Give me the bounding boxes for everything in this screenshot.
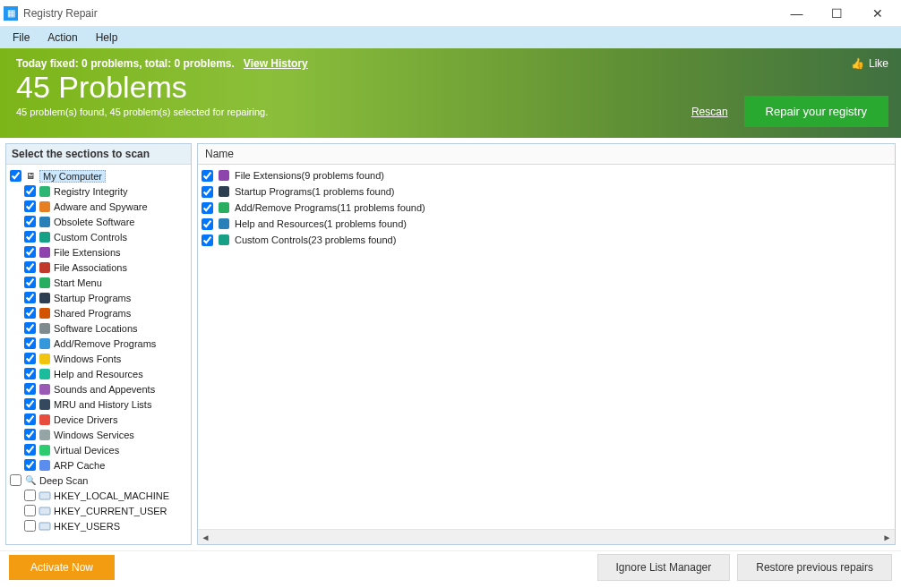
section-checkbox[interactable] [24, 307, 36, 319]
section-checkbox[interactable] [24, 398, 36, 410]
tree-item[interactable]: MRU and History Lists [8, 396, 189, 412]
result-row[interactable]: Add/Remove Programs(11 problems found) [200, 200, 893, 216]
tree-item[interactable]: Registry Integrity [8, 183, 189, 199]
close-button[interactable]: ✕ [857, 0, 897, 27]
ignore-list-button[interactable]: Ignore List Manager [597, 554, 731, 581]
magnifier-icon: 🔍 [23, 474, 38, 487]
result-checkbox[interactable] [202, 202, 213, 214]
hive-checkbox[interactable] [24, 505, 36, 516]
result-row[interactable]: Help and Resources(1 problems found) [200, 216, 893, 232]
tree-item[interactable]: Add/Remove Programs [8, 336, 189, 351]
activate-button[interactable]: Activate Now [9, 555, 115, 580]
section-icon [38, 398, 52, 411]
section-checkbox[interactable] [24, 185, 36, 197]
result-row[interactable]: File Extensions(9 problems found) [200, 167, 893, 183]
result-label: Startup Programs(1 problems found) [235, 186, 395, 197]
section-checkbox[interactable] [24, 353, 36, 364]
tree-item[interactable]: Startup Programs [8, 290, 189, 305]
menu-help[interactable]: Help [87, 29, 127, 47]
hive-checkbox[interactable] [24, 490, 36, 501]
section-icon [38, 246, 52, 259]
hive-checkbox[interactable] [24, 520, 36, 532]
tree-item[interactable]: Help and Resources [8, 366, 189, 381]
result-row[interactable]: Startup Programs(1 problems found) [200, 183, 893, 200]
like-box[interactable]: 👍 Like [851, 57, 888, 70]
tree-item[interactable]: Adware and Spyware [8, 199, 189, 214]
svg-rect-15 [39, 414, 50, 425]
svg-rect-2 [39, 217, 50, 227]
section-checkbox[interactable] [24, 337, 36, 349]
result-icon [217, 217, 231, 230]
tree-item[interactable]: Start Menu [8, 275, 189, 290]
tree-item[interactable]: ARP Cache [8, 457, 189, 473]
menu-file[interactable]: File [4, 29, 39, 47]
view-history-link[interactable]: View History [244, 57, 308, 70]
rescan-link[interactable]: Rescan [691, 106, 728, 118]
section-checkbox[interactable] [24, 216, 36, 227]
result-checkbox[interactable] [202, 186, 213, 198]
svg-rect-1 [39, 201, 50, 212]
repair-button[interactable]: Repair your registry [744, 96, 888, 127]
section-icon [38, 231, 52, 243]
section-label: Software Locations [54, 323, 138, 334]
svg-rect-12 [39, 369, 50, 379]
minimize-button[interactable]: — [777, 0, 817, 27]
svg-rect-14 [39, 399, 50, 410]
result-label: Add/Remove Programs(11 problems found) [235, 202, 425, 213]
restore-repairs-button[interactable]: Restore previous repairs [737, 554, 892, 581]
section-checkbox[interactable] [24, 277, 36, 288]
section-checkbox[interactable] [24, 200, 36, 212]
tree-item[interactable]: Software Locations [8, 320, 189, 336]
tree-hive[interactable]: HKEY_LOCAL_MACHINE [8, 488, 189, 503]
section-checkbox[interactable] [24, 261, 36, 273]
tree-item[interactable]: File Associations [8, 260, 189, 275]
section-checkbox[interactable] [24, 459, 36, 471]
section-checkbox[interactable] [24, 322, 36, 334]
tree-deep-scan[interactable]: 🔍 Deep Scan [8, 473, 189, 488]
section-checkbox[interactable] [24, 429, 36, 440]
section-label: Add/Remove Programs [54, 338, 156, 349]
section-checkbox[interactable] [24, 231, 36, 243]
horizontal-scrollbar[interactable]: ◄ ► [198, 529, 895, 544]
hive-label: HKEY_CURRENT_USER [54, 506, 167, 516]
svg-rect-19 [39, 492, 50, 499]
tree-item[interactable]: Device Drivers [8, 412, 189, 427]
tree-hive[interactable]: HKEY_USERS [8, 518, 189, 533]
banner-actions: Rescan Repair your registry [691, 96, 888, 127]
menu-action[interactable]: Action [39, 29, 86, 47]
tree-item[interactable]: Windows Fonts [8, 351, 189, 366]
section-checkbox[interactable] [24, 413, 36, 425]
section-checkbox[interactable] [24, 368, 36, 379]
tree-item[interactable]: Virtual Devices [8, 442, 189, 457]
result-checkbox[interactable] [202, 170, 213, 182]
scroll-right-icon[interactable]: ► [880, 530, 895, 545]
result-checkbox[interactable] [202, 218, 213, 230]
root-checkbox[interactable] [10, 170, 21, 182]
section-label: MRU and History Lists [54, 399, 151, 410]
tree-root[interactable]: 🖥 My Computer [8, 168, 189, 183]
svg-rect-6 [39, 277, 50, 288]
section-checkbox[interactable] [24, 444, 36, 456]
result-label: Custom Controls(23 problems found) [235, 234, 396, 245]
tree-item[interactable]: Windows Services [8, 427, 189, 442]
tree-item[interactable]: Custom Controls [8, 229, 189, 244]
section-checkbox[interactable] [24, 383, 36, 395]
tree-item[interactable]: Obsolete Software [8, 214, 189, 229]
tree-item[interactable]: Shared Programs [8, 305, 189, 320]
section-label: Sounds and Appevents [54, 384, 155, 395]
section-checkbox[interactable] [24, 292, 36, 303]
tree-hive[interactable]: HKEY_CURRENT_USER [8, 503, 189, 518]
scroll-left-icon[interactable]: ◄ [198, 530, 213, 545]
tree-item[interactable]: Sounds and Appevents [8, 381, 189, 396]
svg-rect-17 [39, 445, 50, 456]
result-checkbox[interactable] [202, 234, 213, 246]
result-row[interactable]: Custom Controls(23 problems found) [200, 232, 893, 248]
deep-scan-checkbox[interactable] [10, 474, 21, 486]
tree-item[interactable]: File Extensions [8, 244, 189, 260]
result-icon [217, 234, 231, 246]
maximize-button[interactable]: ☐ [817, 0, 857, 27]
results-column-header[interactable]: Name [198, 144, 895, 165]
section-checkbox[interactable] [24, 246, 36, 258]
scroll-track[interactable] [213, 530, 880, 545]
svg-rect-3 [39, 232, 50, 243]
